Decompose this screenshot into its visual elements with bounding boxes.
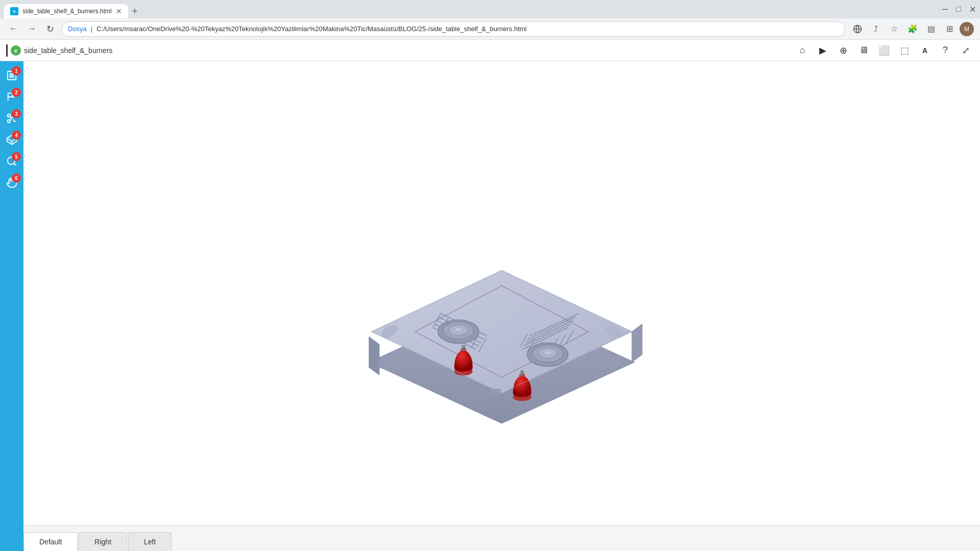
extensions-icon[interactable]: 🧩 [904, 21, 921, 37]
zoom-tool-button[interactable]: ⊕ [835, 42, 851, 59]
svg-line-8 [13, 119, 15, 122]
3d-viewport[interactable]: Default Right Left [23, 61, 980, 551]
logo-bar [6, 44, 8, 57]
svg-rect-20 [378, 362, 388, 368]
sidebar-badge-4: 4 [12, 131, 21, 140]
left-sidebar: 1 2 3 4 5 6 [0, 61, 23, 551]
url-path: C:/Users/msarac/OneDrive%20-%20Tekyaz%20… [96, 25, 527, 33]
fullscreen-tool-button[interactable]: ⤢ [958, 42, 974, 59]
help-tool-button[interactable]: ? [937, 42, 953, 59]
url-protocol: Dosya [68, 25, 87, 33]
collections-icon[interactable]: ▤ [923, 21, 939, 37]
tab-right[interactable]: Right [79, 532, 127, 551]
profile-icon[interactable]: ⊞ [941, 21, 958, 37]
tab-title: side_table_shelf_&_burners.html [22, 8, 112, 15]
sidebar-item-4[interactable]: 4 [2, 130, 22, 150]
svg-point-5 [8, 114, 11, 117]
forward-button[interactable]: → [24, 22, 39, 36]
sidebar-item-1[interactable]: 1 [2, 65, 22, 86]
tab-bar: e side_table_shelf_&_burners.html ✕ + [4, 0, 141, 18]
tab-default[interactable]: Default [23, 532, 78, 551]
app-toolbar-right: ⌂ ▶ ⊕ 🖥 ⬜ ⬚ A ? ⤢ [794, 42, 974, 59]
sidebar-badge-3: 3 [12, 109, 21, 118]
view-tool-button[interactable]: ⬜ [876, 42, 892, 59]
tab-favicon: e [10, 7, 18, 15]
svg-line-13 [14, 163, 16, 165]
svg-marker-17 [632, 324, 642, 362]
browser-frame: e side_table_shelf_&_burners.html ✕ + ─ … [0, 0, 980, 551]
address-box[interactable]: Dosya | C:/Users/msarac/OneDrive%20-%20T… [61, 21, 845, 37]
maximize-button[interactable]: □ [956, 5, 961, 14]
main-area: 1 2 3 4 5 6 [0, 61, 980, 551]
display-tool-button[interactable]: 🖥 [855, 42, 872, 59]
active-tab[interactable]: e side_table_shelf_&_burners.html ✕ [4, 4, 128, 18]
share-icon[interactable]: ⤴ [868, 21, 884, 37]
render-tool-button[interactable]: ⬚ [896, 42, 913, 59]
app-logo: e side_table_shelf_&_burners [6, 44, 113, 57]
minimize-button[interactable]: ─ [942, 5, 948, 14]
sidebar-item-3[interactable]: 3 [2, 108, 22, 129]
sidebar-badge-6: 6 [12, 173, 21, 183]
tab-left[interactable]: Left [128, 532, 172, 551]
app-name: side_table_shelf_&_burners [24, 46, 113, 55]
address-bar-row: ← → ↻ Dosya | C:/Users/msarac/OneDrive%2… [0, 18, 980, 40]
close-button[interactable]: ✕ [969, 5, 976, 14]
user-avatar[interactable]: M [960, 22, 974, 36]
title-bar: e side_table_shelf_&_burners.html ✕ + ─ … [0, 0, 980, 18]
back-button[interactable]: ← [6, 22, 20, 36]
tab-close-button[interactable]: ✕ [116, 7, 122, 15]
sidebar-item-2[interactable]: 2 [2, 87, 22, 107]
svg-point-59 [461, 345, 465, 347]
home-tool-button[interactable]: ⌂ [794, 42, 811, 59]
reload-button[interactable]: ↻ [43, 22, 57, 36]
new-tab-button[interactable]: + [128, 4, 142, 18]
sidebar-badge-5: 5 [12, 152, 21, 161]
sidebar-item-6[interactable]: 6 [2, 172, 22, 193]
window-controls: ─ □ ✕ [942, 5, 976, 14]
bookmark-icon[interactable]: ☆ [886, 21, 902, 37]
sidebar-badge-2: 2 [12, 88, 21, 97]
app-toolbar: e side_table_shelf_&_burners ⌂ ▶ ⊕ 🖥 ⬜ ⬚… [0, 40, 980, 61]
logo-icon: e [11, 45, 21, 56]
text-tool-button[interactable]: A [917, 42, 933, 59]
svg-point-6 [8, 120, 11, 123]
sidebar-badge-1: 1 [12, 66, 21, 76]
svg-line-9 [10, 116, 12, 118]
sidebar-item-5[interactable]: 5 [2, 151, 22, 171]
svg-rect-22 [603, 362, 613, 368]
translate-icon[interactable] [849, 21, 866, 37]
svg-point-55 [544, 350, 552, 355]
bottom-tabs: Default Right Left [23, 525, 980, 551]
3d-model-svg [318, 173, 685, 439]
svg-point-39 [454, 328, 462, 332]
svg-point-63 [520, 370, 524, 372]
svg-marker-16 [369, 337, 379, 375]
play-tool-button[interactable]: ▶ [815, 42, 831, 59]
browser-toolbar-icons: ⤴ ☆ 🧩 ▤ ⊞ M [849, 21, 974, 37]
